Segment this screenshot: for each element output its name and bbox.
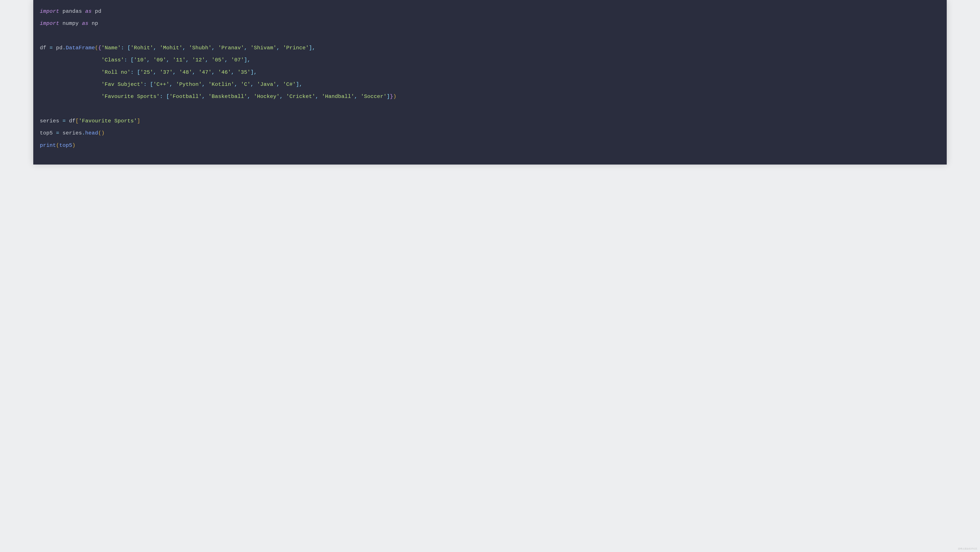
code-block: import pandas as pd import numpy as np d… [33, 0, 947, 164]
string-literal: 'C#' [283, 81, 296, 87]
comma: , [202, 81, 205, 87]
dot-operator: . [62, 45, 66, 51]
string-literal: 'Prince' [283, 45, 309, 51]
paren-close: ) [393, 94, 396, 99]
list-open: [ [166, 94, 169, 99]
builtin-function: print [40, 142, 56, 148]
string-literal: '10' [134, 57, 147, 63]
object-ref: pd [56, 45, 62, 51]
paren-open: ( [56, 142, 59, 148]
comma: , [147, 57, 150, 63]
code-line: import pandas as pd [40, 8, 101, 14]
string-literal: 'Kotlin' [208, 81, 234, 87]
keyword-import: import [40, 8, 59, 14]
list-open: [ [130, 57, 134, 63]
colon: : [143, 81, 147, 87]
comma: , [173, 69, 176, 75]
object-ref: df [69, 118, 75, 124]
comma: , [212, 69, 215, 75]
string-literal: 'C' [241, 81, 251, 87]
string-literal: 'C++' [153, 81, 169, 87]
string-literal: 'Handball' [322, 94, 354, 99]
comma: , [247, 57, 251, 63]
string-literal: 'Hockey' [254, 94, 280, 99]
module-name: pandas [62, 8, 82, 14]
dict-key: 'Name' [101, 45, 121, 51]
comma: , [169, 81, 173, 87]
alias-name: np [92, 21, 98, 26]
comma: , [254, 69, 257, 75]
alias-name: pd [95, 8, 101, 14]
variable: df [40, 45, 46, 51]
comma: , [153, 45, 156, 51]
keyword-import: import [40, 21, 59, 26]
string-literal: 'Java' [257, 81, 277, 87]
list-open: [ [150, 81, 153, 87]
string-literal: 'Mohit' [160, 45, 183, 51]
equals-operator: = [49, 45, 53, 51]
comma: , [183, 45, 186, 51]
string-literal: 'Football' [169, 94, 202, 99]
paren-close: ) [101, 130, 105, 136]
equals-operator: = [62, 118, 66, 124]
string-literal: '07' [231, 57, 244, 63]
string-literal: 'Pranav' [218, 45, 244, 51]
comma: , [225, 57, 228, 63]
paren-open: ( [95, 45, 98, 51]
paren-open: ( [98, 130, 101, 136]
equals-operator: = [56, 130, 59, 136]
keyword-as: as [85, 8, 92, 14]
string-literal: 'Soccer' [361, 94, 387, 99]
string-literal: '09' [153, 57, 166, 63]
dot-operator: . [82, 130, 85, 136]
comma: , [186, 57, 189, 63]
module-name: numpy [62, 21, 79, 26]
list-close: ] [387, 94, 390, 99]
string-literal: '47' [199, 69, 212, 75]
list-open: [ [137, 69, 140, 75]
string-literal: 'Rohit' [130, 45, 153, 51]
colon: : [121, 45, 124, 51]
string-literal: '35' [238, 69, 251, 75]
code-line: import numpy as np [40, 21, 98, 26]
list-close: ] [244, 57, 247, 63]
code-line: df = pd.DataFrame({'Name': ['Rohit', 'Mo… [40, 45, 315, 51]
string-literal: '37' [160, 69, 173, 75]
comma: , [234, 81, 237, 87]
list-close: ] [251, 69, 254, 75]
code-line: 'Class': ['10', '09', '11', '12', '05', … [40, 57, 250, 63]
index-open: [ [75, 118, 79, 124]
method-name: head [85, 130, 98, 136]
comma: , [166, 57, 169, 63]
object-ref: series [62, 130, 82, 136]
code-line: 'Favourite Sports': ['Football', 'Basket… [40, 94, 396, 99]
string-literal: '46' [218, 69, 231, 75]
variable: series [40, 118, 59, 124]
comma: , [212, 45, 215, 51]
string-literal: '05' [212, 57, 225, 63]
class-name: DataFrame [66, 45, 95, 51]
colon: : [160, 94, 163, 99]
string-literal: 'Basketball' [208, 94, 247, 99]
list-close: ] [309, 45, 312, 51]
list-close: ] [296, 81, 299, 87]
string-literal: 'Favourite Sports' [79, 118, 137, 124]
argument: top5 [59, 142, 72, 148]
variable: top5 [40, 130, 53, 136]
string-literal: '25' [140, 69, 153, 75]
string-literal: 'Shubh' [189, 45, 212, 51]
comma: , [299, 81, 302, 87]
string-literal: '11' [173, 57, 186, 63]
colon: : [130, 69, 134, 75]
code-line: 'Roll no': ['25', '37', '48', '47', '46'… [40, 69, 257, 75]
dict-key: 'Favourite Sports' [101, 94, 160, 99]
brace-close: } [390, 94, 393, 99]
paren-close: ) [72, 142, 75, 148]
comma: , [312, 45, 315, 51]
string-literal: 'Shivam' [251, 45, 277, 51]
string-literal: '48' [179, 69, 192, 75]
comma: , [231, 69, 234, 75]
code-line: print(top5) [40, 142, 75, 148]
keyword-as: as [82, 21, 88, 26]
watermark-text: @稀土掘金技术社区 [958, 547, 977, 550]
